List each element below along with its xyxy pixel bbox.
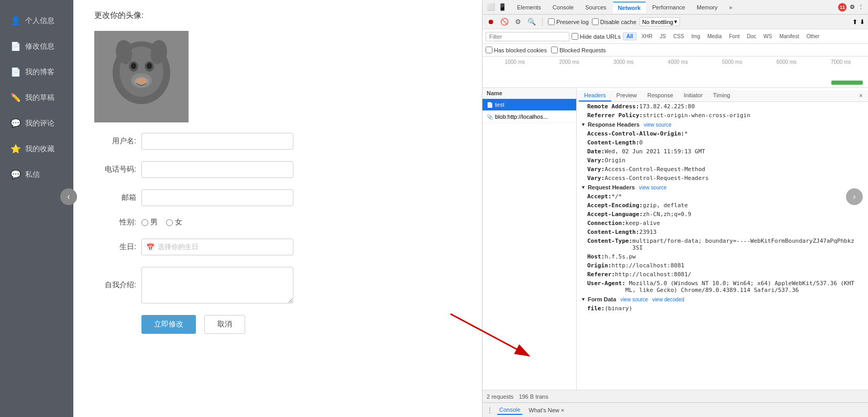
search-button[interactable]: 🔍 xyxy=(526,17,537,27)
submit-button[interactable]: 立即修改 xyxy=(141,315,196,334)
sidebar-item-comments[interactable]: 💬 我的评论 xyxy=(5,113,68,133)
tab-network[interactable]: Network xyxy=(613,2,646,13)
req-accept: Accept: */* xyxy=(577,192,868,201)
view-source-request[interactable]: view source xyxy=(639,185,667,190)
sidebar-item-messages[interactable]: 💬 私信 xyxy=(5,164,68,185)
devtools-panel: ⬜ 📱 Elements Console Sources Network Per… xyxy=(482,0,868,417)
toggle-right-button[interactable]: › xyxy=(846,188,863,205)
device-icon[interactable]: 📱 xyxy=(498,3,507,11)
network-item-test[interactable]: 📄 test xyxy=(482,99,576,111)
intro-textarea[interactable] xyxy=(141,267,293,303)
filter-toggle-button[interactable]: ⚙ xyxy=(513,17,523,27)
username-input[interactable] xyxy=(141,133,293,150)
tab-performance[interactable]: Performance xyxy=(647,2,690,13)
disable-cache-checkbox-label[interactable]: Disable cache xyxy=(592,18,636,25)
view-source-response[interactable]: view source xyxy=(644,122,672,128)
gender-female-radio[interactable] xyxy=(166,219,173,226)
mark-7000ms: 7000 ms xyxy=(814,59,868,65)
username-label: 用户名: xyxy=(94,137,136,146)
sidebar-item-draft[interactable]: ✏️ 我的草稿 xyxy=(5,87,68,108)
form-data-section[interactable]: ▼ Form Data view source view decoded xyxy=(577,295,868,304)
filter-tag-other[interactable]: Other xyxy=(804,33,822,40)
filter-tag-img[interactable]: Img xyxy=(689,33,703,40)
gender-label: 性别: xyxy=(94,218,136,227)
referrer-policy-row: Referrer Policy: strict-origin-when-cros… xyxy=(577,111,868,120)
hide-data-urls-checkbox[interactable] xyxy=(572,33,578,40)
throttle-dropdown[interactable]: No throttling ▾ xyxy=(640,17,680,26)
view-decoded-form[interactable]: view decoded xyxy=(652,297,684,302)
clear-button[interactable]: 🚫 xyxy=(499,17,510,27)
details-tab-preview[interactable]: Preview xyxy=(611,90,642,102)
req-connection: Connection: keep-alive xyxy=(577,219,868,228)
gender-male-label[interactable]: 男 xyxy=(141,218,158,227)
blocked-requests-checkbox[interactable] xyxy=(551,47,558,53)
filter-tag-js[interactable]: JS xyxy=(657,33,669,40)
disable-cache-checkbox[interactable] xyxy=(592,18,599,25)
sidebar-item-favorites[interactable]: ⭐ 我的收藏 xyxy=(5,139,68,159)
tab-console[interactable]: Console xyxy=(547,2,579,13)
blog-icon: 📄 xyxy=(10,67,21,77)
response-headers-section[interactable]: ▼ Response Headers view source xyxy=(577,120,868,129)
filter-tag-doc[interactable]: Doc xyxy=(744,33,759,40)
network-details-panel: Headers Preview Response Initiator Timin… xyxy=(577,88,868,390)
filter-tag-manifest[interactable]: Manifest xyxy=(777,33,802,40)
star-icon: ⭐ xyxy=(10,144,21,154)
filter-tag-media[interactable]: Media xyxy=(705,33,724,40)
response-header-vary-method: Vary: Access-Control-Request-Method xyxy=(577,165,868,174)
birthday-input[interactable]: 📅 选择你的生日 xyxy=(141,239,293,255)
view-source-form[interactable]: view source xyxy=(620,297,648,302)
settings-icon[interactable]: ⚙ xyxy=(850,4,855,10)
phone-input[interactable] xyxy=(141,161,293,178)
record-button[interactable]: ⏺ xyxy=(486,17,496,27)
details-tab-timing[interactable]: Timing xyxy=(708,90,735,102)
response-header-vary-headers: Vary: Access-Control-Request-Headers xyxy=(577,174,868,183)
tab-memory[interactable]: Memory xyxy=(691,2,723,13)
more-icon[interactable]: ⋮ xyxy=(858,4,864,10)
download-icon[interactable]: ⬇ xyxy=(860,18,865,26)
request-headers-section[interactable]: ▼ Request Headers view source xyxy=(577,183,868,192)
email-input[interactable] xyxy=(141,189,293,206)
phone-label: 电话号码: xyxy=(94,165,136,174)
tab-elements[interactable]: Elements xyxy=(512,2,546,13)
filter-tag-all[interactable]: All xyxy=(623,32,637,40)
blocked-requests-label[interactable]: Blocked Requests xyxy=(551,47,606,53)
console-bottom-tab[interactable]: Console xyxy=(497,405,522,415)
comments-icon: 💬 xyxy=(10,118,21,128)
upload-icon[interactable]: ⬆ xyxy=(852,18,858,26)
gender-male-radio[interactable] xyxy=(141,219,148,226)
response-header-access-control: Access-Control-Allow-Origin: * xyxy=(577,129,868,138)
network-item-blob[interactable]: 📎 blob:http://localhos... xyxy=(482,111,576,123)
whats-new-tab[interactable]: What's New × xyxy=(526,406,566,414)
has-blocked-cookies-label[interactable]: Has blocked cookies xyxy=(486,47,547,53)
preserve-log-checkbox-label[interactable]: Preserve log xyxy=(548,18,589,25)
filter-tag-xhr[interactable]: XHR xyxy=(639,33,655,40)
tab-sources[interactable]: Sources xyxy=(580,2,611,13)
cancel-button[interactable]: 取消 xyxy=(204,315,245,334)
details-tab-headers[interactable]: Headers xyxy=(579,90,611,102)
preserve-log-checkbox[interactable] xyxy=(548,18,555,25)
tab-more[interactable]: » xyxy=(724,2,738,13)
hide-data-urls-label[interactable]: Hide data URLs xyxy=(572,33,621,40)
toggle-left-button[interactable]: ‹ xyxy=(60,188,77,205)
has-blocked-cookies-checkbox[interactable] xyxy=(486,47,492,53)
avatar[interactable] xyxy=(94,31,189,122)
network-area: Name 📄 test 📎 blob:http://localhos... He… xyxy=(482,88,868,390)
details-tab-response[interactable]: Response xyxy=(642,90,679,102)
calendar-icon: 📅 xyxy=(146,243,155,251)
mark-3000ms: 3000 ms xyxy=(596,59,651,65)
details-tabs: Headers Preview Response Initiator Timin… xyxy=(577,90,868,102)
sidebar-item-edit-info[interactable]: 📄 修改信息 xyxy=(5,36,68,57)
details-close-btn[interactable]: × xyxy=(856,90,866,102)
filter-tag-font[interactable]: Font xyxy=(727,33,742,40)
inspect-icon[interactable]: ⬜ xyxy=(487,3,495,11)
gender-female-label[interactable]: 女 xyxy=(166,218,182,227)
filter-tag-css[interactable]: CSS xyxy=(671,33,687,40)
console-menu-icon[interactable]: ⋮ xyxy=(487,407,493,414)
sidebar-item-blog[interactable]: 📄 我的博客 xyxy=(5,62,68,82)
filter-input[interactable] xyxy=(486,32,569,41)
details-tab-initiator[interactable]: Initiator xyxy=(678,90,708,102)
sidebar-item-profile[interactable]: 👤 个人信息 xyxy=(5,10,68,31)
birthday-row: 生日: 📅 选择你的生日 xyxy=(94,239,461,255)
intro-row: 自我介绍: xyxy=(94,267,461,303)
filter-tag-ws[interactable]: WS xyxy=(761,33,775,40)
